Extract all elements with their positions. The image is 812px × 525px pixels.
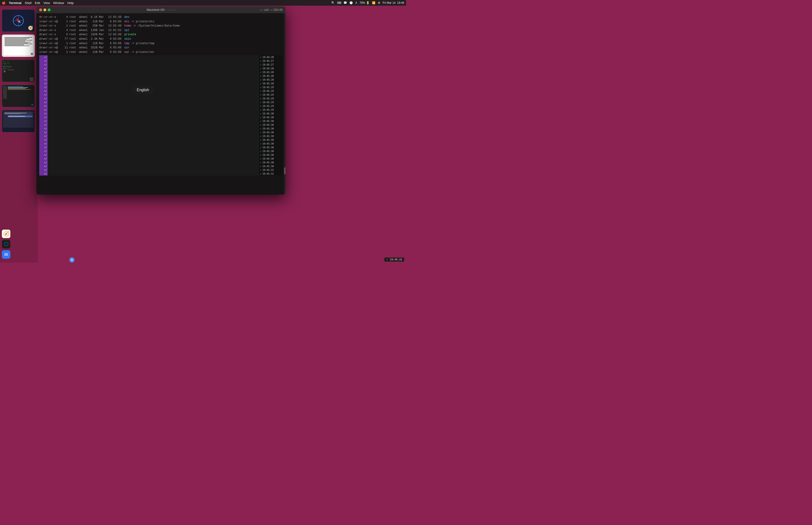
ts-time-value: 19:45:30 xyxy=(262,123,274,127)
content-row xyxy=(48,131,259,134)
apple-menu[interactable]: 🍎 xyxy=(2,1,6,5)
ts-check-icon: ✓ xyxy=(260,127,261,131)
timestamp-row: ✓19:44:28 xyxy=(259,55,282,59)
vscode-thumbnail[interactable]: ◈ xyxy=(2,85,35,107)
marker-row: ⊘ / xyxy=(39,59,48,63)
menu-view[interactable]: View xyxy=(44,1,50,5)
dir-row-opt: drwxr-xr-x 4 root wheel 128B Jan 12 01:5… xyxy=(39,28,282,33)
dir-row-tmp: lrwxr-xr-x@ 1 root wheel 11B Mar 6 03:06… xyxy=(39,41,282,46)
ts-time-value: 19:44:28 xyxy=(262,56,274,59)
content-row xyxy=(48,119,259,123)
timestamp-row: ✓19:45:30 xyxy=(259,123,282,127)
timestamp-row: ✓19:45:30 xyxy=(259,149,282,153)
timestamp-row: ✓19:45:29 xyxy=(259,93,282,96)
timestamp-column: ✓19:44:28✓19:45:27✓19:45:27✓19:45:28✓19:… xyxy=(259,55,282,176)
content-row xyxy=(48,111,259,115)
minimize-button[interactable] xyxy=(44,9,46,11)
ts-time-value: 19:45:28 xyxy=(262,78,274,81)
ts-check-icon: ✓ xyxy=(260,138,261,142)
marker-row: ⊘ / xyxy=(39,115,48,119)
terminal-window: Macintosh HD - ─ ─ ─ — -zsh — 150×45 dr-… xyxy=(36,6,286,195)
ts-check-icon: ✓ xyxy=(260,165,261,168)
content-row xyxy=(48,161,259,164)
maximize-button[interactable] xyxy=(48,9,50,11)
scrollbar-track[interactable] xyxy=(284,13,286,195)
content-row xyxy=(48,115,259,119)
content-row xyxy=(48,127,259,131)
timestamp-row: ✓19:45:29 xyxy=(259,100,282,104)
ts-check-icon: ✓ xyxy=(260,101,261,104)
safari-thumbnail[interactable]: 🧭 xyxy=(2,10,35,32)
timestamp-row: ✓19:45:28 xyxy=(259,78,282,81)
ts-time-value: 19:45:30 xyxy=(262,149,274,153)
timestamp-row: ✓19:45:30 xyxy=(259,142,282,146)
ts-time-value: 19:45:30 xyxy=(262,161,274,164)
content-row xyxy=(48,164,259,168)
chatapp-thumbnail[interactable] xyxy=(2,110,35,132)
ts-check-icon: ✓ xyxy=(260,82,261,85)
scroll-area: ⊘ /⊘ /⊘ /⊘ /⊘ /⊘ /⊘ /⊘ /⊘ /⊘ /⊘ /⊘ /⊘ /⊘… xyxy=(39,55,282,176)
menu-edit[interactable]: Edit xyxy=(35,1,40,5)
dir-row-private: drwxr-xr-x 6 root wheel 192B Mar 12 02:4… xyxy=(39,32,282,37)
marker-row: ⊘ / xyxy=(39,134,48,138)
ts-check-icon: ✓ xyxy=(260,71,261,74)
dir-row-sbin: drwxr-xr-x@ 77 root wheel 2.4K Mar 6 03:… xyxy=(39,37,282,41)
traffic-lights[interactable] xyxy=(39,9,50,11)
content-row xyxy=(48,59,259,63)
preview-thumbnail[interactable]: 👁 xyxy=(2,34,35,57)
content-row xyxy=(48,123,259,127)
ts-time-value: 19:45:30 xyxy=(262,131,274,134)
timestamp-row: ✓19:45:30 xyxy=(259,115,282,119)
ts-check-icon: ✓ xyxy=(260,131,261,134)
vscode-icon: ⬛ xyxy=(30,77,34,81)
terminal-controls: ─ ─ ─ xyxy=(168,8,175,12)
content-row xyxy=(48,104,259,108)
timestamp-row: ✓19:45:31 xyxy=(259,172,282,176)
wifi-icon[interactable]: 📶 xyxy=(372,1,376,4)
menu-help[interactable]: Help xyxy=(67,1,74,5)
marker-row: ⊘ / xyxy=(39,104,48,108)
spotlight-icon[interactable]: 🔍 xyxy=(331,1,335,4)
vscode-dock-icon[interactable]: ⬡ xyxy=(2,240,10,249)
ts-check-icon: ✓ xyxy=(260,93,261,96)
dir-row-dev: dr-xr-xr-x 4 root wheel 8.1K Mar 12 02:3… xyxy=(39,15,282,19)
content-row xyxy=(48,157,259,161)
menu-shell[interactable]: Shell xyxy=(25,1,31,5)
marker-row: ⊘ / xyxy=(39,96,48,100)
svg-marker-3 xyxy=(15,17,19,21)
timestamp-row: ✓19:45:30 xyxy=(259,146,282,149)
close-button[interactable] xyxy=(39,9,42,11)
timestamp-row: ✓19:45:30 xyxy=(259,164,282,168)
control-center-icon[interactable]: ⚙ xyxy=(378,1,380,4)
dir-listing: dr-xr-xr-x 4 root wheel 8.1K Mar 12 02:3… xyxy=(39,15,282,54)
input-method-icon[interactable]: A xyxy=(355,1,357,4)
ts-check-icon: ✓ xyxy=(260,161,261,164)
marker-row: ⊘ / xyxy=(39,63,48,66)
content-row xyxy=(48,89,259,93)
safari-dock-icon[interactable]: 🧭 xyxy=(2,229,10,238)
dir-row-var: lrwxr-xr-x@ 1 root wheel 11B Mar 6 03:06… xyxy=(39,50,282,55)
ts-check-icon: ✓ xyxy=(260,142,261,146)
marker-row: ⊘ / xyxy=(39,131,48,134)
status-checkmark: ✓ xyxy=(386,258,388,261)
terminal2-thumbnail[interactable]: $ ls -la drwxr-xr-x -rw-r--r-- Applicati… xyxy=(2,60,35,82)
ts-time-value: 19:45:28 xyxy=(262,71,274,74)
menubar: 🍎 Terminal Shell Edit View Window Help 🔍… xyxy=(0,0,406,6)
marker-row: ⊘ / xyxy=(39,78,48,81)
marker-row: ⊘ / xyxy=(39,81,48,85)
ts-time-value: 19:45:30 xyxy=(262,157,274,161)
scrollbar-thumb[interactable] xyxy=(284,167,286,174)
timestamp-row: ✓19:45:29 xyxy=(259,104,282,108)
dir-row-usr: drwxr-xr-x@ 11 root wheel 352B Mar 6 03:… xyxy=(39,46,282,50)
menu-window[interactable]: Window xyxy=(53,1,64,5)
vscode-app-icon: ◈ xyxy=(31,103,34,106)
mail-dock-icon[interactable]: ✉ xyxy=(2,250,10,259)
menu-terminal[interactable]: Terminal xyxy=(9,1,21,5)
marker-row: ⊘ / xyxy=(39,138,48,142)
ts-time-value: 19:45:29 xyxy=(262,93,274,96)
ts-check-icon: ✓ xyxy=(260,104,261,108)
timestamp-row: ✓19:45:27 xyxy=(259,63,282,66)
keyboard-icon[interactable]: ⌨ xyxy=(337,1,341,4)
wechat-icon[interactable]: 💬 xyxy=(343,1,347,4)
ts-check-icon: ✓ xyxy=(260,97,261,100)
